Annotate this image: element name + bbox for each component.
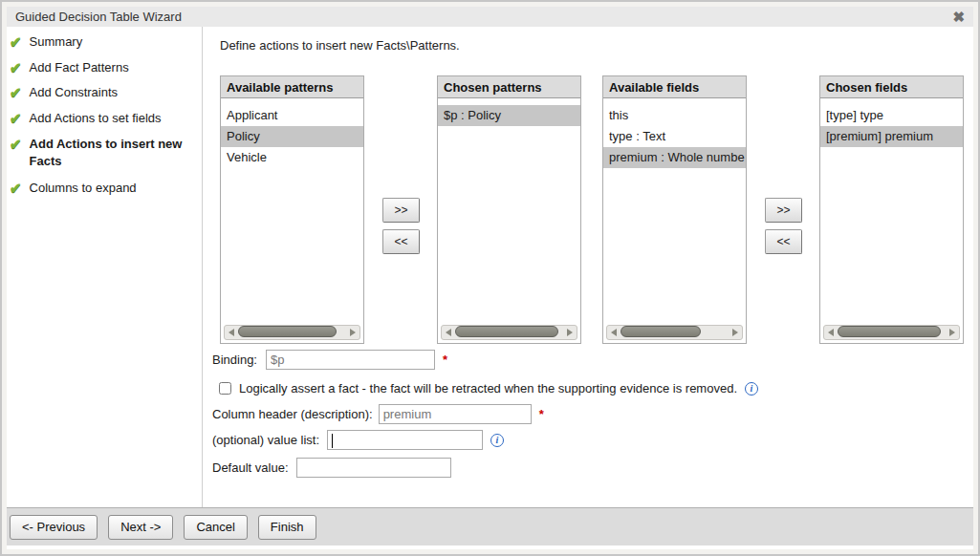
scrollbar-thumb[interactable] <box>455 326 558 337</box>
sidebar-item-label: Add Actions to insert new Facts <box>30 136 185 170</box>
default-value-label: Default value: <box>212 460 289 475</box>
scroll-left-icon[interactable] <box>446 329 451 336</box>
check-icon: ✔ <box>10 33 22 51</box>
scroll-right-icon[interactable] <box>567 329 573 336</box>
check-icon: ✔ <box>10 136 22 170</box>
sidebar-item-summary[interactable]: ✔ Summary <box>10 33 82 51</box>
chosen-fields-list: Chosen fields [type] type [premium] prem… <box>819 75 964 344</box>
sidebar-item-add-actions-set-fields[interactable]: ✔ Add Actions to set fields <box>10 110 162 127</box>
add-field-button[interactable]: >> <box>765 198 802 223</box>
required-asterisk: * <box>443 353 447 367</box>
previous-button[interactable]: <- Previous <box>10 515 98 540</box>
scroll-left-icon[interactable] <box>229 329 234 336</box>
column-header-input[interactable] <box>379 404 532 424</box>
text-cursor <box>332 434 333 448</box>
list-item[interactable]: Applicant <box>221 105 363 126</box>
binding-row: Binding: * <box>212 350 447 370</box>
scroll-left-icon[interactable] <box>828 329 834 336</box>
scroll-right-icon[interactable] <box>732 329 738 336</box>
list-item-selected[interactable]: $p : Policy <box>438 105 580 126</box>
add-pattern-button[interactable]: >> <box>382 198 420 223</box>
scrollbar-thumb[interactable] <box>621 326 701 337</box>
horizontal-scrollbar[interactable] <box>224 325 360 340</box>
horizontal-scrollbar[interactable] <box>606 325 743 340</box>
sidebar-item-label: Columns to expand <box>30 180 137 197</box>
sidebar-divider <box>202 27 203 507</box>
list-item[interactable]: [type] type <box>820 105 963 126</box>
dialog-content: Guided Decision Table Wizard ✖ ✔ Summary… <box>7 7 973 549</box>
sidebar-item-label: Add Constraints <box>30 84 119 101</box>
required-asterisk: * <box>539 407 544 421</box>
sidebar-item-add-fact-patterns[interactable]: ✔ Add Fact Patterns <box>10 59 129 76</box>
available-fields-list: Available fields this type : Text premiu… <box>602 75 747 344</box>
check-icon: ✔ <box>10 110 22 127</box>
info-icon[interactable]: i <box>490 434 504 447</box>
default-value-input[interactable] <box>296 458 451 478</box>
scrollbar-thumb[interactable] <box>838 326 941 337</box>
page-instruction: Define actions to insert new Facts\Patte… <box>220 38 460 53</box>
list-item[interactable]: this <box>603 105 746 126</box>
list-header: Chosen patterns <box>438 76 580 98</box>
sidebar-item-add-constraints[interactable]: ✔ Add Constraints <box>10 84 118 101</box>
patterns-transfer-buttons: >> << <box>382 198 420 254</box>
available-patterns-list: Available patterns Applicant Policy Vehi… <box>220 75 364 344</box>
info-icon[interactable]: i <box>745 382 758 396</box>
list-item-selected[interactable]: [premium] premium <box>820 126 963 147</box>
sidebar-item-columns-to-expand[interactable]: ✔ Columns to expand <box>10 180 137 197</box>
finish-button[interactable]: Finish <box>258 515 316 540</box>
sidebar-item-label: Add Fact Patterns <box>30 59 129 76</box>
check-icon: ✔ <box>10 59 22 76</box>
column-header-row: Column header (description): * <box>212 404 544 424</box>
close-icon[interactable]: ✖ <box>952 10 965 24</box>
scroll-left-icon[interactable] <box>611 329 617 336</box>
horizontal-scrollbar[interactable] <box>441 325 577 340</box>
list-item[interactable]: type : Text <box>603 126 746 147</box>
title-bar: Guided Decision Table Wizard ✖ <box>7 7 973 27</box>
sidebar-item-label: Add Actions to set fields <box>30 110 162 127</box>
remove-field-button[interactable]: << <box>765 229 802 254</box>
list-header: Chosen fields <box>820 76 963 98</box>
column-header-label: Column header (description): <box>212 407 373 421</box>
scroll-right-icon[interactable] <box>949 329 955 336</box>
scrollbar-thumb[interactable] <box>238 326 337 337</box>
sidebar-item-label: Summary <box>30 33 83 51</box>
check-icon: ✔ <box>10 180 22 197</box>
cancel-button[interactable]: Cancel <box>184 515 247 540</box>
default-value-row: Default value: <box>212 458 451 478</box>
dialog-title: Guided Decision Table Wizard <box>15 10 182 24</box>
fields-transfer-buttons: >> << <box>765 198 802 254</box>
scroll-right-icon[interactable] <box>350 329 356 336</box>
list-header: Available patterns <box>221 76 363 98</box>
remove-pattern-button[interactable]: << <box>382 229 420 254</box>
list-item[interactable]: Vehicle <box>221 147 363 168</box>
next-button[interactable]: Next -> <box>108 515 173 540</box>
binding-input[interactable] <box>266 350 435 370</box>
check-icon: ✔ <box>10 84 22 101</box>
logical-assert-label: Logically assert a fact - the fact will … <box>239 381 737 396</box>
sidebar-item-add-actions-insert-facts[interactable]: ✔ Add Actions to insert new Facts <box>10 136 185 170</box>
list-header: Available fields <box>603 76 746 98</box>
list-item-selected[interactable]: Policy <box>221 126 363 147</box>
value-list-row: (optional) value list: i <box>212 430 504 450</box>
value-list-label: (optional) value list: <box>212 433 319 447</box>
value-list-input[interactable] <box>327 430 483 450</box>
footer-button-bar: <- Previous Next -> Cancel Finish <box>7 507 973 545</box>
horizontal-scrollbar[interactable] <box>823 325 960 340</box>
list-item-selected[interactable]: premium : Whole numbe <box>603 147 746 168</box>
logical-assert-row: Logically assert a fact - the fact will … <box>219 381 758 396</box>
guided-decision-table-wizard-dialog: Guided Decision Table Wizard ✖ ✔ Summary… <box>0 0 980 556</box>
chosen-patterns-list: Chosen patterns $p : Policy <box>437 75 581 344</box>
logical-assert-checkbox[interactable] <box>219 382 231 395</box>
binding-label: Binding: <box>212 353 257 367</box>
